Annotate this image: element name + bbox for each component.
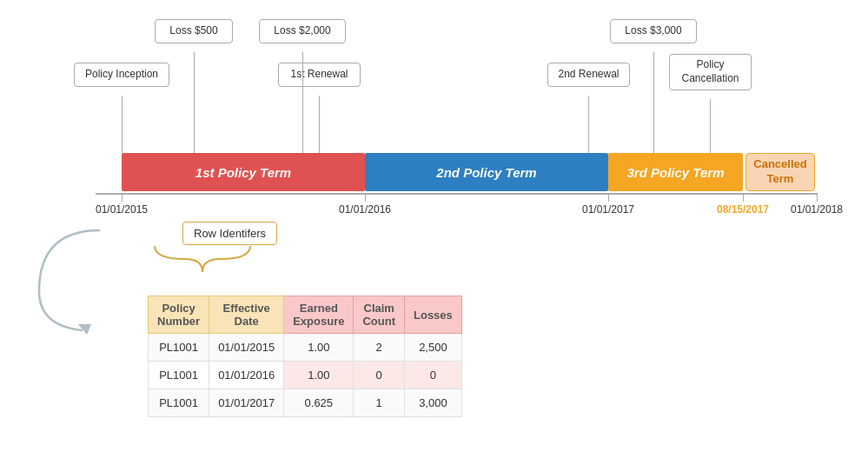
axis-date-label: 08/15/2017 bbox=[717, 203, 769, 216]
axis-date-label: 01/01/2016 bbox=[339, 203, 391, 216]
table-cell: 0.625 bbox=[284, 389, 354, 417]
axis-tick bbox=[608, 193, 609, 202]
table-cell: 2 bbox=[354, 334, 405, 362]
table-header: Claim Count bbox=[354, 296, 405, 334]
axis-tick bbox=[743, 193, 744, 202]
axis-date-label: 01/01/2017 bbox=[582, 203, 634, 216]
axis-tick bbox=[365, 193, 366, 202]
table-header: Effective Date bbox=[209, 296, 284, 334]
table-cell: 1.00 bbox=[284, 334, 354, 362]
timeline-axis bbox=[96, 193, 817, 195]
connector-renewal2 bbox=[588, 96, 589, 153]
term-bar-cancelled: CancelledTerm bbox=[745, 153, 815, 191]
table-header: Policy Number bbox=[149, 296, 209, 334]
main-container: Loss $500Loss $2,000Loss $3,000Policy In… bbox=[0, 0, 868, 465]
table-row: PL100101/01/20161.0000 bbox=[149, 362, 462, 389]
table-cell: PL1001 bbox=[149, 389, 209, 417]
table-cell: 1.00 bbox=[284, 362, 354, 389]
connector-renewal1 bbox=[319, 96, 320, 153]
data-table: Policy NumberEffective DateEarned Exposu… bbox=[148, 296, 462, 417]
table-row: PL100101/01/20170.62513,000 bbox=[149, 389, 462, 417]
event-box-loss2: Loss $2,000 bbox=[259, 19, 346, 43]
curly-brace bbox=[146, 242, 259, 285]
table-header: Earned Exposure bbox=[284, 296, 354, 334]
event-box-loss1: Loss $500 bbox=[155, 19, 233, 43]
table-cell: 01/01/2015 bbox=[209, 334, 284, 362]
event-box-cancellation: PolicyCancellation bbox=[669, 54, 752, 90]
table-row: PL100101/01/20151.0022,500 bbox=[149, 334, 462, 362]
axis-date-label: 01/01/2018 bbox=[791, 203, 843, 216]
connector-policy-inception bbox=[122, 96, 123, 153]
table-cell: 3,000 bbox=[405, 389, 462, 417]
table-cell: 2,500 bbox=[405, 334, 462, 362]
table-cell: 01/01/2017 bbox=[209, 389, 284, 417]
axis-tick bbox=[122, 193, 123, 202]
event-box-renewal2: 2nd Renewal bbox=[547, 63, 630, 87]
table-cell: 01/01/2016 bbox=[209, 362, 284, 389]
table-cell: PL1001 bbox=[149, 334, 209, 362]
term-bar-term2: 2nd Policy Term bbox=[365, 153, 608, 191]
axis-date-label: 01/01/2015 bbox=[96, 203, 148, 216]
event-box-policy-inception: Policy Inception bbox=[74, 63, 169, 87]
event-box-renewal1: 1st Renewal bbox=[278, 63, 361, 87]
term-bar-term3: 3rd Policy Term bbox=[608, 153, 743, 191]
connector-loss3 bbox=[653, 52, 654, 153]
table-cell: 0 bbox=[354, 362, 405, 389]
term-bar-term1: 1st Policy Term bbox=[122, 153, 365, 191]
connector-cancellation bbox=[710, 99, 711, 153]
event-box-loss3: Loss $3,000 bbox=[610, 19, 697, 43]
table-header: Losses bbox=[405, 296, 462, 334]
connector-loss1 bbox=[194, 52, 195, 153]
arrow-to-table bbox=[30, 222, 135, 335]
table-cell: PL1001 bbox=[149, 362, 209, 389]
table-cell: 0 bbox=[405, 362, 462, 389]
axis-tick bbox=[817, 193, 818, 202]
table-cell: 1 bbox=[354, 389, 405, 417]
connector-loss2 bbox=[302, 52, 303, 153]
